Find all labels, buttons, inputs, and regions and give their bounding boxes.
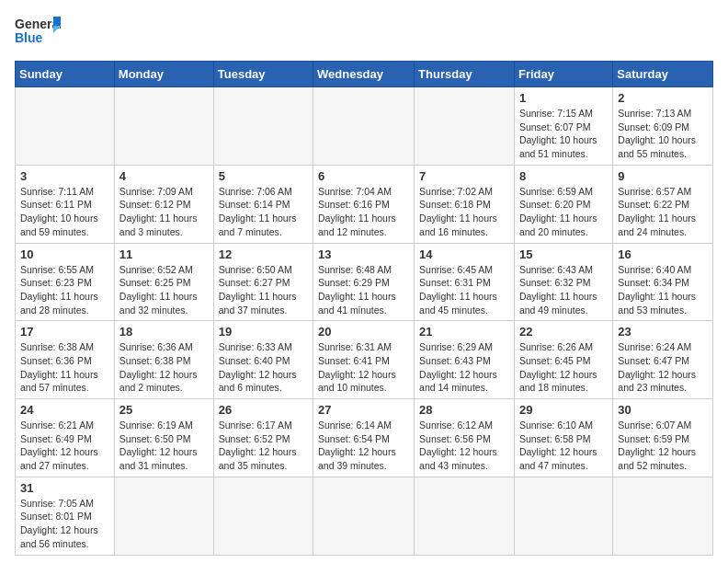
calendar-cell: 5Sunrise: 7:06 AMSunset: 6:14 PMDaylight… [213, 165, 313, 243]
calendar-cell: 24Sunrise: 6:21 AMSunset: 6:49 PMDayligh… [16, 399, 115, 477]
day-info: Sunrise: 6:17 AMSunset: 6:52 PMDaylight:… [219, 419, 308, 473]
day-info: Sunrise: 6:55 AMSunset: 6:23 PMDaylight:… [20, 263, 109, 317]
day-info: Sunrise: 7:15 AMSunset: 6:07 PMDaylight:… [519, 107, 608, 161]
calendar-cell: 13Sunrise: 6:48 AMSunset: 6:29 PMDayligh… [313, 243, 415, 321]
day-info: Sunrise: 7:13 AMSunset: 6:09 PMDaylight:… [618, 107, 708, 161]
day-number: 4 [119, 169, 209, 183]
day-number: 25 [119, 403, 209, 417]
day-number: 5 [219, 169, 308, 183]
calendar-cell: 23Sunrise: 6:24 AMSunset: 6:47 PMDayligh… [613, 321, 713, 399]
day-info: Sunrise: 6:43 AMSunset: 6:32 PMDaylight:… [519, 263, 608, 317]
calendar-cell: 6Sunrise: 7:04 AMSunset: 6:16 PMDaylight… [313, 165, 415, 243]
day-info: Sunrise: 6:52 AMSunset: 6:25 PMDaylight:… [119, 263, 209, 317]
day-number: 29 [519, 403, 608, 417]
day-number: 2 [618, 91, 708, 105]
calendar-cell: 26Sunrise: 6:17 AMSunset: 6:52 PMDayligh… [213, 399, 313, 477]
logo-icon: General Blue [15, 15, 61, 52]
calendar-cell: 28Sunrise: 6:12 AMSunset: 6:56 PMDayligh… [415, 399, 515, 477]
day-number: 18 [119, 325, 209, 339]
calendar-week-row: 24Sunrise: 6:21 AMSunset: 6:49 PMDayligh… [16, 399, 713, 477]
calendar-cell [16, 87, 115, 166]
day-number: 30 [618, 403, 708, 417]
day-info: Sunrise: 7:06 AMSunset: 6:14 PMDaylight:… [219, 185, 308, 239]
day-number: 24 [20, 403, 109, 417]
day-info: Sunrise: 6:36 AMSunset: 6:38 PMDaylight:… [119, 340, 209, 395]
calendar-cell [313, 477, 415, 555]
day-info: Sunrise: 6:40 AMSunset: 6:34 PMDaylight:… [618, 263, 708, 317]
day-number: 23 [618, 325, 708, 339]
calendar-week-row: 17Sunrise: 6:38 AMSunset: 6:36 PMDayligh… [16, 321, 713, 399]
day-number: 27 [318, 403, 409, 417]
day-info: Sunrise: 6:12 AMSunset: 6:56 PMDaylight:… [419, 419, 509, 473]
day-info: Sunrise: 7:09 AMSunset: 6:12 PMDaylight:… [119, 185, 209, 239]
day-info: Sunrise: 7:11 AMSunset: 6:11 PMDaylight:… [20, 185, 109, 239]
day-header-tuesday: Tuesday [213, 62, 313, 87]
calendar-cell: 19Sunrise: 6:33 AMSunset: 6:40 PMDayligh… [213, 321, 313, 399]
day-info: Sunrise: 7:05 AMSunset: 8:01 PMDaylight:… [20, 497, 109, 551]
day-header-friday: Friday [514, 62, 612, 87]
calendar-cell [213, 87, 313, 166]
day-number: 21 [419, 325, 509, 339]
day-header-thursday: Thursday [415, 62, 515, 87]
calendar-cell: 15Sunrise: 6:43 AMSunset: 6:32 PMDayligh… [514, 243, 612, 321]
day-number: 7 [419, 169, 509, 183]
calendar-cell [114, 87, 213, 166]
calendar-cell: 22Sunrise: 6:26 AMSunset: 6:45 PMDayligh… [514, 321, 612, 399]
day-number: 6 [318, 169, 409, 183]
day-number: 16 [618, 247, 708, 261]
calendar-cell: 7Sunrise: 7:02 AMSunset: 6:18 PMDaylight… [415, 165, 515, 243]
day-info: Sunrise: 6:50 AMSunset: 6:27 PMDaylight:… [219, 263, 308, 317]
calendar-week-row: 1Sunrise: 7:15 AMSunset: 6:07 PMDaylight… [16, 87, 713, 166]
day-info: Sunrise: 6:45 AMSunset: 6:31 PMDaylight:… [419, 263, 509, 317]
day-info: Sunrise: 6:33 AMSunset: 6:40 PMDaylight:… [219, 340, 308, 395]
day-info: Sunrise: 7:04 AMSunset: 6:16 PMDaylight:… [318, 185, 409, 239]
day-info: Sunrise: 6:07 AMSunset: 6:59 PMDaylight:… [618, 419, 708, 473]
calendar-cell [313, 87, 415, 166]
day-info: Sunrise: 6:48 AMSunset: 6:29 PMDaylight:… [318, 263, 409, 317]
day-number: 10 [20, 247, 109, 261]
day-number: 3 [20, 169, 109, 183]
calendar-week-row: 31Sunrise: 7:05 AMSunset: 8:01 PMDayligh… [16, 477, 713, 555]
day-number: 15 [519, 247, 608, 261]
calendar-cell: 14Sunrise: 6:45 AMSunset: 6:31 PMDayligh… [415, 243, 515, 321]
calendar-cell [114, 477, 213, 555]
calendar-cell: 8Sunrise: 6:59 AMSunset: 6:20 PMDaylight… [514, 165, 612, 243]
calendar-cell [213, 477, 313, 555]
calendar-cell: 29Sunrise: 6:10 AMSunset: 6:58 PMDayligh… [514, 399, 612, 477]
calendar-cell: 16Sunrise: 6:40 AMSunset: 6:34 PMDayligh… [613, 243, 713, 321]
calendar-cell: 11Sunrise: 6:52 AMSunset: 6:25 PMDayligh… [114, 243, 213, 321]
calendar-cell: 10Sunrise: 6:55 AMSunset: 6:23 PMDayligh… [16, 243, 115, 321]
calendar-cell: 4Sunrise: 7:09 AMSunset: 6:12 PMDaylight… [114, 165, 213, 243]
calendar-cell: 9Sunrise: 6:57 AMSunset: 6:22 PMDaylight… [613, 165, 713, 243]
day-header-monday: Monday [114, 62, 213, 87]
day-info: Sunrise: 7:02 AMSunset: 6:18 PMDaylight:… [419, 185, 509, 239]
calendar-cell: 25Sunrise: 6:19 AMSunset: 6:50 PMDayligh… [114, 399, 213, 477]
calendar-cell: 12Sunrise: 6:50 AMSunset: 6:27 PMDayligh… [213, 243, 313, 321]
calendar-cell: 3Sunrise: 7:11 AMSunset: 6:11 PMDaylight… [16, 165, 115, 243]
day-number: 19 [219, 325, 308, 339]
day-number: 26 [219, 403, 308, 417]
calendar-cell [613, 477, 713, 555]
calendar-cell: 17Sunrise: 6:38 AMSunset: 6:36 PMDayligh… [16, 321, 115, 399]
calendar-table: SundayMondayTuesdayWednesdayThursdayFrid… [15, 61, 713, 556]
day-header-saturday: Saturday [613, 62, 713, 87]
calendar-cell [415, 477, 515, 555]
day-info: Sunrise: 6:24 AMSunset: 6:47 PMDaylight:… [618, 340, 708, 395]
calendar-cell: 18Sunrise: 6:36 AMSunset: 6:38 PMDayligh… [114, 321, 213, 399]
day-number: 13 [318, 247, 409, 261]
calendar-cell: 20Sunrise: 6:31 AMSunset: 6:41 PMDayligh… [313, 321, 415, 399]
day-info: Sunrise: 6:26 AMSunset: 6:45 PMDaylight:… [519, 340, 608, 395]
svg-text:Blue: Blue [15, 30, 43, 45]
calendar-cell: 27Sunrise: 6:14 AMSunset: 6:54 PMDayligh… [313, 399, 415, 477]
day-info: Sunrise: 6:57 AMSunset: 6:22 PMDaylight:… [618, 185, 708, 239]
calendar-cell: 30Sunrise: 6:07 AMSunset: 6:59 PMDayligh… [613, 399, 713, 477]
logo: General Blue [15, 15, 61, 52]
day-info: Sunrise: 6:59 AMSunset: 6:20 PMDaylight:… [519, 185, 608, 239]
day-info: Sunrise: 6:21 AMSunset: 6:49 PMDaylight:… [20, 419, 109, 473]
day-number: 28 [419, 403, 509, 417]
calendar-cell: 21Sunrise: 6:29 AMSunset: 6:43 PMDayligh… [415, 321, 515, 399]
day-number: 11 [119, 247, 209, 261]
calendar-cell: 31Sunrise: 7:05 AMSunset: 8:01 PMDayligh… [16, 477, 115, 555]
calendar-cell [514, 477, 612, 555]
day-info: Sunrise: 6:29 AMSunset: 6:43 PMDaylight:… [419, 340, 509, 395]
